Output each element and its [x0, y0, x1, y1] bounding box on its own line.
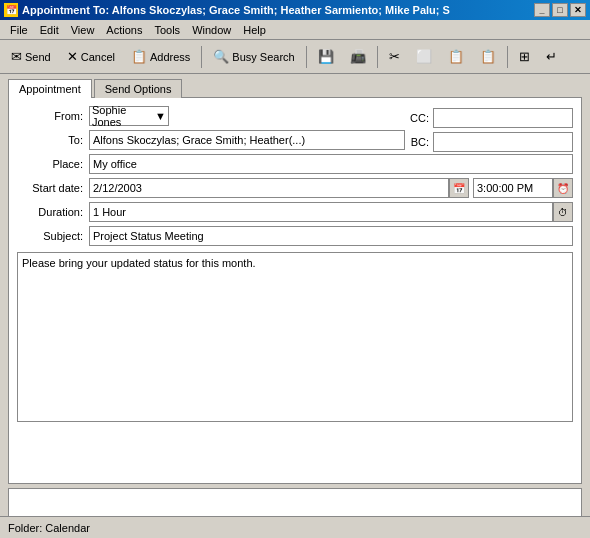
start-date-field[interactable] [89, 178, 449, 198]
calendar-button[interactable]: 📅 [449, 178, 469, 198]
content-area: From: Sophie Jones ▼ To: CC: BC: [8, 97, 582, 484]
app-icon: 📅 [4, 3, 18, 17]
busy-search-button[interactable]: 🔍 Busy Search [206, 44, 301, 70]
format-icon: 📋 [480, 49, 496, 64]
copy-icon: ⬜ [416, 49, 432, 64]
bc-label: BC: [409, 136, 433, 148]
paste-button[interactable]: 📋 [441, 44, 471, 70]
menu-window[interactable]: Window [186, 22, 237, 38]
arrow-icon: ↵ [546, 49, 557, 64]
separator-4 [507, 46, 508, 68]
save-button[interactable]: 💾 [311, 44, 341, 70]
duration-label: Duration: [17, 206, 89, 218]
window: 📅 Appointment To: Alfons Skoczylas; Grac… [0, 0, 590, 538]
separator-3 [377, 46, 378, 68]
options-button[interactable]: ⊞ [512, 44, 537, 70]
send-label: Send [25, 51, 51, 63]
options-icon: ⊞ [519, 49, 530, 64]
copy-button[interactable]: ⬜ [409, 44, 439, 70]
save-icon: 💾 [318, 49, 334, 64]
minimize-button[interactable]: _ [534, 3, 550, 17]
address-button[interactable]: 📋 Address [124, 44, 197, 70]
status-bar: Folder: Calendar [0, 516, 590, 538]
arrow-button[interactable]: ↵ [539, 44, 564, 70]
address-label: Address [150, 51, 190, 63]
from-dropdown-arrow: ▼ [155, 110, 166, 122]
title-bar: 📅 Appointment To: Alfons Skoczylas; Grac… [0, 0, 590, 20]
cancel-icon: ✕ [67, 49, 78, 64]
duration-row: Duration: ⏱ [17, 202, 573, 222]
from-label: From: [17, 110, 89, 122]
separator-2 [306, 46, 307, 68]
paste-icon: 📋 [448, 49, 464, 64]
place-label: Place: [17, 158, 89, 170]
tab-appointment[interactable]: Appointment [8, 79, 92, 98]
menu-tools[interactable]: Tools [148, 22, 186, 38]
window-title: Appointment To: Alfons Skoczylas; Grace … [22, 4, 450, 16]
cc-row: CC: [409, 108, 573, 128]
cancel-button[interactable]: ✕ Cancel [60, 44, 122, 70]
cc-field[interactable] [433, 108, 573, 128]
maximize-button[interactable]: □ [552, 3, 568, 17]
send-button[interactable]: ✉ Send [4, 44, 58, 70]
from-dropdown[interactable]: Sophie Jones ▼ [89, 106, 169, 126]
to-label: To: [17, 134, 89, 146]
address-icon: 📋 [131, 49, 147, 64]
cc-label: CC: [409, 112, 433, 124]
tab-strip: Appointment Send Options [0, 74, 590, 97]
cut-button[interactable]: ✂ [382, 44, 407, 70]
cut-icon: ✂ [389, 49, 400, 64]
menu-bar: File Edit View Actions Tools Window Help [0, 20, 590, 40]
print-button[interactable]: 📠 [343, 44, 373, 70]
menu-edit[interactable]: Edit [34, 22, 65, 38]
start-time-field[interactable] [473, 178, 553, 198]
to-row: To: [17, 130, 405, 150]
start-date-row: Start date: 📅 ⏰ [17, 178, 573, 198]
subject-field[interactable] [89, 226, 573, 246]
status-text: Folder: Calendar [8, 522, 90, 534]
menu-actions[interactable]: Actions [100, 22, 148, 38]
duration-button[interactable]: ⏱ [553, 202, 573, 222]
close-button[interactable]: ✕ [570, 3, 586, 17]
to-field[interactable] [89, 130, 405, 150]
place-field[interactable] [89, 154, 573, 174]
toolbar: ✉ Send ✕ Cancel 📋 Address 🔍 Busy Search … [0, 40, 590, 74]
send-icon: ✉ [11, 49, 22, 64]
separator-1 [201, 46, 202, 68]
body-field[interactable] [17, 252, 573, 422]
from-cc-row: From: Sophie Jones ▼ To: CC: BC: [17, 106, 573, 154]
busy-search-label: Busy Search [232, 51, 294, 63]
bc-row: BC: [409, 132, 573, 152]
menu-help[interactable]: Help [237, 22, 272, 38]
busy-search-icon: 🔍 [213, 49, 229, 64]
from-dropdown-text: Sophie Jones [92, 104, 155, 128]
subject-label: Subject: [17, 230, 89, 242]
duration-field[interactable] [89, 202, 553, 222]
tab-send-options[interactable]: Send Options [94, 79, 183, 98]
print-icon: 📠 [350, 49, 366, 64]
menu-file[interactable]: File [4, 22, 34, 38]
place-row: Place: [17, 154, 573, 174]
menu-view[interactable]: View [65, 22, 101, 38]
from-row: From: Sophie Jones ▼ [17, 106, 405, 126]
start-date-label: Start date: [17, 182, 89, 194]
bc-field[interactable] [433, 132, 573, 152]
toolbar-extra1[interactable]: 📋 [473, 44, 503, 70]
subject-row: Subject: [17, 226, 573, 246]
cancel-label: Cancel [81, 51, 115, 63]
time-button[interactable]: ⏰ [553, 178, 573, 198]
